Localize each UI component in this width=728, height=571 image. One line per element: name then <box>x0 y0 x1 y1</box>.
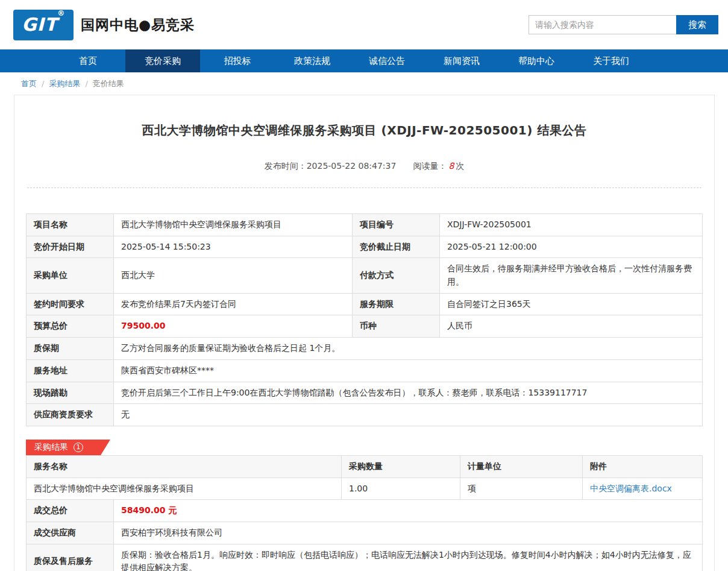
summary-value-winning-supplier: 西安柏宇环境科技有限公司 <box>114 522 703 544</box>
result-header-unit: 计量单位 <box>460 456 583 478</box>
summary-value-deal-total: 58490.00 元 <box>114 500 703 522</box>
info-label-project-name: 项目名称 <box>27 214 114 236</box>
result-value-quantity: 1.00 <box>342 478 460 500</box>
attachment-link[interactable]: 中央空调偏离表.docx <box>590 482 672 496</box>
info-label-signing-time: 签约时间要求 <box>27 294 114 316</box>
info-value-supplier-qualification: 无 <box>114 404 703 426</box>
nav-item-home[interactable]: 首页 <box>51 49 125 72</box>
site-brand-name: 国网中电●易竞采 <box>81 16 195 34</box>
views-count: 8 <box>448 161 454 171</box>
nav-item-integrity-notice[interactable]: 诚信公告 <box>350 49 424 72</box>
info-value-service-period: 自合同签订之日365天 <box>440 294 703 316</box>
info-value-currency: 人民币 <box>440 315 703 338</box>
result-header-attachment: 附件 <box>583 456 703 478</box>
summary-label-winning-supplier: 成交供应商 <box>27 522 114 544</box>
procurement-result-tab-label: 采购结果 <box>34 442 68 453</box>
info-value-budget-total: 79500.00 <box>114 315 353 338</box>
info-label-service-address: 服务地址 <box>27 360 114 382</box>
info-value-service-address: 陕西省西安市碑林区**** <box>114 360 703 382</box>
summary-label-deal-total: 成交总价 <box>27 500 114 522</box>
result-value-service-name: 西北大学博物馆中央空调维保服务采购项目 <box>27 478 342 500</box>
info-value-bid-end-date: 2025-05-21 12:00:00 <box>440 236 703 259</box>
info-label-purchasing-unit: 采购单位 <box>27 258 114 293</box>
main-nav: 首页 竞价采购 招投标 政策法规 诚信公告 新闻资讯 帮助中心 关于我们 <box>0 49 728 72</box>
top-header: GIT® 国网中电●易竞采 搜索 <box>0 0 728 49</box>
dashed-divider <box>27 188 701 188</box>
registered-mark-icon: ® <box>57 9 65 17</box>
procurement-result-tab: 采购结果 1 <box>26 440 110 455</box>
nav-item-policies[interactable]: 政策法规 <box>275 49 350 72</box>
breadcrumb-procurement-results[interactable]: 采购结果 <box>49 78 80 89</box>
breadcrumb-separator: / <box>85 79 87 88</box>
nav-item-help-center[interactable]: 帮助中心 <box>499 49 574 72</box>
result-table: 服务名称 采购数量 计量单位 附件 西北大学博物馆中央空调维保服务采购项目 1.… <box>26 455 703 500</box>
result-header-service-name: 服务名称 <box>27 456 342 478</box>
publish-time-value: 2025-05-22 08:47:37 <box>307 161 397 171</box>
info-label-budget-total: 预算总价 <box>27 315 114 338</box>
info-value-payment-method: 合同生效后，待服务期满并经甲方验收合格后，一次性付清服务费用。 <box>440 258 703 293</box>
info-value-project-name: 西北大学博物馆中央空调维保服务采购项目 <box>114 214 353 236</box>
info-value-project-number: XDJJ-FW-202505001 <box>440 214 703 236</box>
summary-label-warranty-aftersales: 质保及售后服务 <box>27 544 114 571</box>
info-label-project-number: 项目编号 <box>353 214 440 236</box>
info-label-bid-end-date: 竞价截止日期 <box>353 236 440 259</box>
breadcrumb-bidding-results: 竞价结果 <box>93 78 124 89</box>
result-header-quantity: 采购数量 <box>342 456 460 478</box>
project-info-table: 项目名称 西北大学博物馆中央空调维保服务采购项目 项目编号 XDJJ-FW-20… <box>26 213 703 426</box>
search-button[interactable]: 搜索 <box>676 15 718 34</box>
breadcrumb-separator: / <box>42 79 44 88</box>
nav-item-about-us[interactable]: 关于我们 <box>574 49 648 72</box>
nav-item-news[interactable]: 新闻资讯 <box>424 49 499 72</box>
site-logo[interactable]: GIT® <box>13 10 74 40</box>
info-value-signing-time: 发布竞价结果后7天内签订合同 <box>114 294 353 316</box>
nav-item-tenders[interactable]: 招投标 <box>200 49 275 72</box>
info-label-site-survey: 现场踏勘 <box>27 382 114 405</box>
publish-time-label: 发布时间： <box>265 161 307 171</box>
info-label-currency: 币种 <box>353 315 440 338</box>
breadcrumb: 首页 / 采购结果 / 竞价结果 <box>0 72 728 95</box>
announcement-card: 西北大学博物馆中央空调维保服务采购项目 (XDJJ-FW-202505001) … <box>14 95 715 571</box>
views-unit: 次 <box>456 161 464 171</box>
info-label-service-period: 服务期限 <box>353 294 440 316</box>
result-count-badge: 1 <box>74 443 83 452</box>
breadcrumb-home[interactable]: 首页 <box>21 78 37 89</box>
info-value-site-survey: 竞价开启后第三个工作日上午9:00在西北大学博物馆踏勘（包含公告发布日），联系人… <box>114 382 703 405</box>
views-label: 阅读量： <box>413 161 447 171</box>
info-label-bid-start-date: 竞价开始日期 <box>27 236 114 259</box>
info-label-warranty: 质保期 <box>27 338 114 360</box>
info-value-bid-start-date: 2025-05-14 15:50:23 <box>114 236 353 259</box>
publish-meta: 发布时间：2025-05-22 08:47:37阅读量：8次 <box>26 161 703 172</box>
result-summary-table: 成交总价 58490.00 元 成交供应商 西安柏宇环境科技有限公司 质保及售后… <box>26 500 703 571</box>
info-label-supplier-qualification: 供应商资质要求 <box>27 404 114 426</box>
search-area: 搜索 <box>529 15 718 34</box>
info-value-purchasing-unit: 西北大学 <box>114 258 353 293</box>
info-label-payment-method: 付款方式 <box>353 258 440 293</box>
result-value-unit: 项 <box>460 478 583 500</box>
result-value-attachment: 中央空调偏离表.docx <box>583 478 703 500</box>
search-input[interactable] <box>529 15 676 34</box>
info-value-warranty: 乙方对合同服务的质量保证期为验收合格后之日起 1个月。 <box>114 338 703 360</box>
summary-value-warranty-aftersales: 质保期：验收合格后1月。响应时效：即时响应（包括电话响应）；电话响应无法解决1小… <box>114 544 703 571</box>
nav-item-bidding-procurement[interactable]: 竞价采购 <box>125 49 200 72</box>
page-title: 西北大学博物馆中央空调维保服务采购项目 (XDJJ-FW-202505001) … <box>26 122 703 139</box>
logo-text: GIT® <box>22 16 65 34</box>
